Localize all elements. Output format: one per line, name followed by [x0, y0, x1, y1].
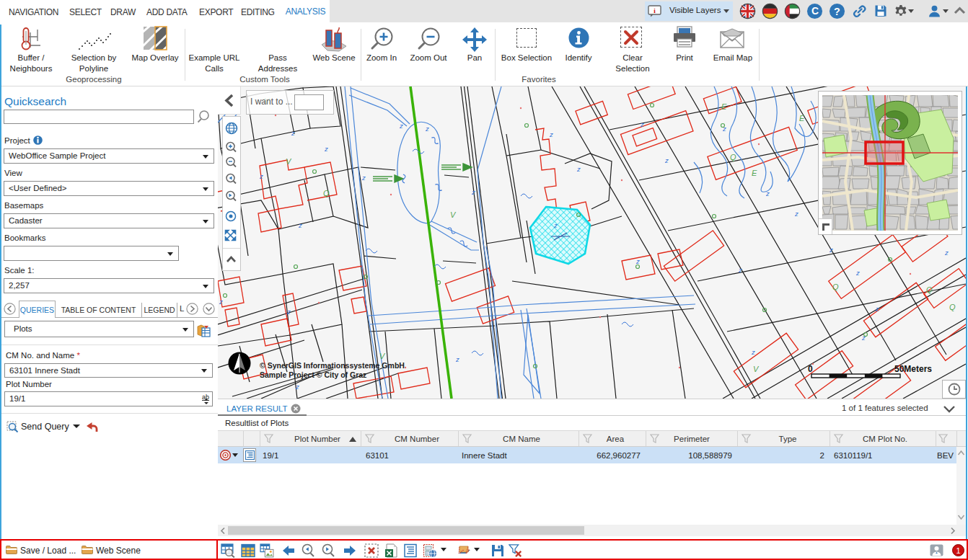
svg-text:Q: Q — [832, 283, 839, 291]
svg-text:z: z — [324, 145, 328, 153]
svg-text:z: z — [425, 125, 429, 133]
svg-text:z: z — [855, 269, 860, 277]
svg-text:0: 0 — [808, 364, 813, 374]
svg-text:z: z — [829, 246, 833, 254]
svg-text:V: V — [753, 365, 760, 373]
svg-text:V: V — [379, 352, 386, 360]
svg-text:z: z — [944, 249, 949, 257]
svg-text:z: z — [875, 305, 879, 313]
svg-text:z: z — [291, 129, 295, 137]
svg-text:50Meters: 50Meters — [894, 364, 932, 374]
svg-text:z: z — [576, 165, 581, 173]
svg-text:Q: Q — [949, 303, 956, 311]
svg-text:z: z — [286, 308, 291, 316]
svg-text:E: E — [752, 169, 757, 177]
svg-text:z: z — [751, 348, 755, 356]
svg-text:?: ? — [834, 6, 840, 17]
svg-text:z: z — [298, 221, 302, 229]
svg-text:z: z — [455, 355, 459, 363]
svg-text:V: V — [286, 157, 292, 166]
svg-text:z: z — [471, 188, 475, 196]
svg-text:© SynerGIS Informationssysteme: © SynerGIS Informationssysteme GmbH — [260, 361, 405, 370]
svg-text:z: z — [553, 221, 558, 229]
svg-text:z: z — [361, 174, 366, 182]
svg-text:z: z — [765, 190, 770, 197]
svg-text:z: z — [664, 156, 669, 164]
svg-text:C: C — [811, 5, 819, 17]
svg-text:Sample Project © City of Graz: Sample Project © City of Graz — [260, 370, 366, 379]
svg-text:z: z — [295, 383, 299, 391]
svg-text:z: z — [399, 122, 403, 130]
svg-text:E: E — [721, 102, 727, 111]
svg-text:z: z — [640, 120, 644, 128]
svg-text:Q: Q — [926, 285, 933, 294]
svg-text:z: z — [635, 257, 640, 265]
svg-text:z: z — [794, 210, 798, 218]
svg-text:z: z — [219, 298, 223, 306]
svg-text:z: z — [259, 172, 263, 180]
svg-text:V: V — [450, 210, 457, 219]
svg-text:E: E — [799, 114, 805, 123]
svg-text:z: z — [738, 266, 742, 274]
svg-text:Q: Q — [323, 189, 330, 197]
svg-text:Q: Q — [730, 153, 736, 161]
svg-text:z: z — [549, 130, 553, 138]
